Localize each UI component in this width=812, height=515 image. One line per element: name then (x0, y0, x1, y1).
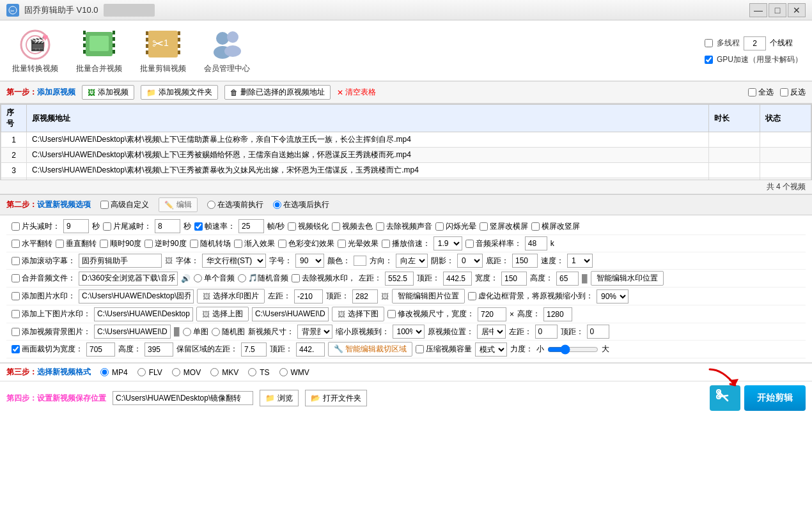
rotate90r-label[interactable]: 逆时90度 (144, 238, 186, 249)
audio-path-input[interactable] (79, 272, 178, 286)
audio-rate-input[interactable] (525, 236, 547, 250)
virtual-bg-select[interactable]: 90% (597, 289, 629, 304)
format-flv-radio[interactable] (137, 368, 146, 376)
playback-select[interactable]: 1.9 (433, 236, 462, 250)
wm-height-input[interactable] (556, 272, 579, 286)
virtual-bg-checkbox[interactable] (468, 292, 476, 300)
vertical-label[interactable]: 竖屏改横屏 (480, 221, 528, 232)
position-select[interactable]: 居中 (477, 325, 506, 339)
after-option-label[interactable]: 在选项后执行 (273, 199, 329, 210)
select-watermark-button[interactable]: 🖼选择水印图片 (197, 289, 265, 304)
random-img-radio[interactable] (212, 328, 220, 336)
add-tb-wm-label[interactable]: 添加上下图片水印： (12, 309, 91, 319)
playback-label[interactable]: 播放倍速： (382, 238, 430, 249)
table-row[interactable]: 1 C:\Users\HUAWEI\Desktop\素材\视频\上下\王儒助萧暴… (1, 132, 811, 148)
add-img-wm-label[interactable]: 添加图片水印： (12, 291, 75, 302)
select-all-label[interactable]: 全选 (748, 87, 774, 98)
compress-checkbox[interactable] (416, 345, 424, 353)
thread-count-input[interactable] (744, 36, 766, 50)
wm-left-input[interactable] (385, 272, 414, 286)
clip-end-checkbox[interactable] (103, 222, 111, 231)
smart-img-pos-button[interactable]: 智能编辑图片位置 (392, 289, 465, 304)
crop-checkbox[interactable] (12, 345, 20, 353)
toolbar-batch-merge[interactable]: 批量合并视频 (74, 27, 125, 74)
after-option-radio[interactable] (273, 201, 281, 209)
remove-wm-label[interactable]: 去除视频水印， (292, 273, 355, 284)
fade-checkbox[interactable] (234, 240, 242, 248)
edit-button[interactable]: ✏️ 编辑 (159, 197, 198, 212)
fade-label[interactable]: 渐入效果 (234, 238, 275, 249)
direction-select[interactable]: 向左 (396, 254, 428, 268)
flash-label[interactable]: 闪烁光晕 (435, 221, 476, 232)
random-label[interactable]: 随机转场 (190, 238, 231, 249)
crop-label[interactable]: 画面裁切为宽度： (12, 344, 83, 355)
clip-start-label[interactable]: 片头减时： (12, 221, 60, 232)
add-img-wm-checkbox[interactable] (12, 292, 20, 300)
font-size-select[interactable]: 90 (295, 254, 324, 268)
advanced-option[interactable]: 高级自定义 (100, 199, 149, 210)
crop-width-input[interactable] (86, 342, 115, 357)
format-mkv-radio[interactable] (210, 368, 219, 376)
img-wm-path-input[interactable] (79, 289, 194, 304)
deselect-label[interactable]: 反选 (780, 87, 806, 98)
rotate90r-checkbox[interactable] (144, 240, 153, 248)
format-mp4[interactable]: MP4 (100, 368, 128, 377)
before-option-radio[interactable] (207, 201, 215, 209)
clip-start-input[interactable] (63, 219, 89, 233)
save-path-input[interactable] (113, 391, 253, 405)
format-wmv-radio[interactable] (279, 368, 288, 376)
toolbar-batch-edit[interactable]: ✂ 1 批量剪辑视频 (137, 27, 189, 74)
flash-checkbox[interactable] (435, 222, 444, 231)
frame-rate-input[interactable] (238, 219, 264, 233)
format-mov[interactable]: MOV (172, 368, 201, 377)
rotate90-label[interactable]: 顺时90度 (100, 238, 141, 249)
smart-edit-wm-button[interactable]: 智能编辑水印位置 (591, 271, 664, 286)
format-ts[interactable]: TS (248, 368, 269, 377)
frame-rate-checkbox[interactable] (194, 222, 203, 231)
crop-left-input[interactable] (241, 342, 267, 357)
single-img-label[interactable]: 单图 (183, 327, 208, 337)
toolbar-batch-convert[interactable]: 🎬 ♥ 批量转换视频 (10, 27, 61, 74)
crop-height-input[interactable] (144, 342, 173, 357)
select-all-checkbox[interactable] (748, 88, 756, 96)
minimize-button[interactable]: — (749, 3, 767, 17)
flip-h-checkbox[interactable] (12, 240, 20, 248)
format-mkv[interactable]: MKV (210, 368, 238, 377)
random-checkbox[interactable] (190, 240, 198, 248)
rotate90-checkbox[interactable] (100, 240, 108, 248)
wm-width-input[interactable] (501, 272, 527, 286)
compress-slider[interactable] (547, 344, 598, 355)
add-video-button[interactable]: 🖼 添加视频 (82, 85, 134, 100)
scrolling-text-checkbox[interactable] (12, 257, 20, 265)
audio-rate-checkbox[interactable] (465, 240, 474, 248)
browse-button[interactable]: 📁 浏览 (260, 390, 299, 406)
remove-audio-label[interactable]: 去除视频声音 (376, 221, 432, 232)
speed-select[interactable]: 1 (567, 254, 593, 268)
format-flv[interactable]: FLV (137, 368, 162, 377)
virtual-bg-label[interactable]: 虚化边框背景，将原视频缩小到： (468, 291, 593, 302)
multithread-checkbox[interactable] (705, 39, 713, 47)
single-audio-radio[interactable] (194, 274, 202, 282)
single-audio-label[interactable]: 单个音频 (194, 273, 235, 284)
font-select[interactable]: 华文行楷(ST) (202, 254, 266, 268)
color-change-checkbox[interactable] (278, 240, 286, 248)
vertical-checkbox[interactable] (480, 222, 488, 231)
modify-size-label[interactable]: 修改视频尺寸，宽度： (387, 309, 474, 319)
audio-rate-label[interactable]: 音频采样率： (465, 238, 522, 249)
add-bg-label[interactable]: 添加视频背景图片： (12, 327, 91, 337)
remove-audio-checkbox[interactable] (376, 222, 384, 231)
open-folder-button[interactable]: 📂 打开文件夹 (305, 390, 367, 406)
sharpen-checkbox[interactable] (288, 222, 296, 231)
merge-audio-label[interactable]: 合并音频文件： (12, 273, 75, 284)
delete-selected-button[interactable]: 🗑 删除已选择的原视频地址 (224, 85, 331, 100)
random-audio-label[interactable]: 🎵随机音频 (238, 273, 288, 284)
flip-v-label[interactable]: 垂直翻转 (56, 238, 97, 249)
close-button[interactable]: ✕ (788, 3, 806, 17)
scrolling-text-input[interactable] (79, 254, 162, 268)
format-mp4-radio[interactable] (100, 368, 109, 376)
horizontal-checkbox[interactable] (531, 222, 540, 231)
scale-select[interactable]: 100% (393, 325, 425, 339)
add-bg-checkbox[interactable] (12, 328, 20, 336)
format-wmv[interactable]: WMV (279, 368, 309, 377)
desaturate-checkbox[interactable] (332, 222, 340, 231)
